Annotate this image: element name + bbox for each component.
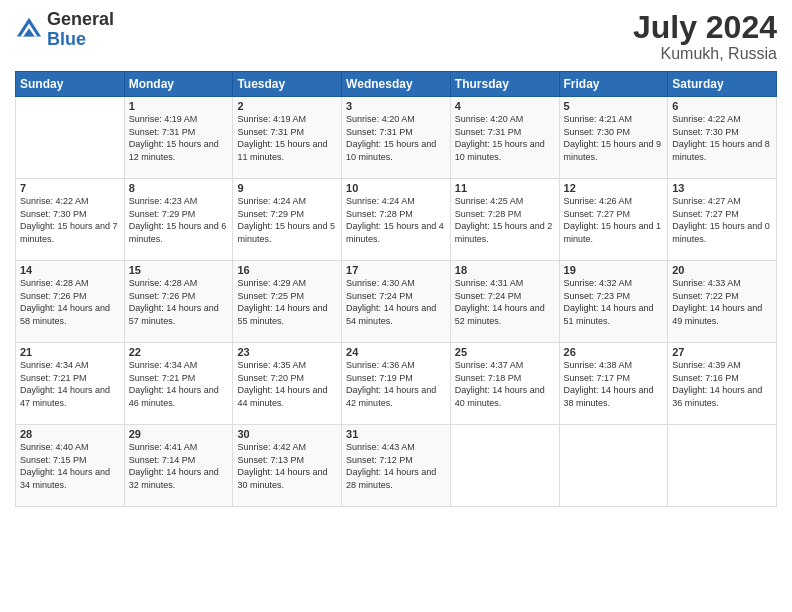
day-number: 23 bbox=[237, 346, 337, 358]
cell-details: Sunrise: 4:23 AMSunset: 7:29 PMDaylight:… bbox=[129, 195, 229, 245]
day-number: 10 bbox=[346, 182, 446, 194]
calendar-cell: 6Sunrise: 4:22 AMSunset: 7:30 PMDaylight… bbox=[668, 97, 777, 179]
cell-details: Sunrise: 4:34 AMSunset: 7:21 PMDaylight:… bbox=[129, 359, 229, 409]
week-row-1: 7Sunrise: 4:22 AMSunset: 7:30 PMDaylight… bbox=[16, 179, 777, 261]
week-row-2: 14Sunrise: 4:28 AMSunset: 7:26 PMDayligh… bbox=[16, 261, 777, 343]
day-number: 5 bbox=[564, 100, 664, 112]
week-row-0: 1Sunrise: 4:19 AMSunset: 7:31 PMDaylight… bbox=[16, 97, 777, 179]
calendar-cell: 29Sunrise: 4:41 AMSunset: 7:14 PMDayligh… bbox=[124, 425, 233, 507]
calendar-cell: 24Sunrise: 4:36 AMSunset: 7:19 PMDayligh… bbox=[342, 343, 451, 425]
calendar-table: SundayMondayTuesdayWednesdayThursdayFrid… bbox=[15, 71, 777, 507]
calendar-cell bbox=[559, 425, 668, 507]
header-cell-wednesday: Wednesday bbox=[342, 72, 451, 97]
month-title: July 2024 bbox=[633, 10, 777, 45]
title-block: July 2024 Kumukh, Russia bbox=[633, 10, 777, 63]
day-number: 27 bbox=[672, 346, 772, 358]
day-number: 18 bbox=[455, 264, 555, 276]
cell-details: Sunrise: 4:24 AMSunset: 7:29 PMDaylight:… bbox=[237, 195, 337, 245]
calendar-cell: 18Sunrise: 4:31 AMSunset: 7:24 PMDayligh… bbox=[450, 261, 559, 343]
header: General Blue July 2024 Kumukh, Russia bbox=[15, 10, 777, 63]
calendar-cell: 22Sunrise: 4:34 AMSunset: 7:21 PMDayligh… bbox=[124, 343, 233, 425]
cell-details: Sunrise: 4:20 AMSunset: 7:31 PMDaylight:… bbox=[346, 113, 446, 163]
calendar-cell: 17Sunrise: 4:30 AMSunset: 7:24 PMDayligh… bbox=[342, 261, 451, 343]
calendar-cell: 11Sunrise: 4:25 AMSunset: 7:28 PMDayligh… bbox=[450, 179, 559, 261]
calendar-cell: 4Sunrise: 4:20 AMSunset: 7:31 PMDaylight… bbox=[450, 97, 559, 179]
calendar-cell: 30Sunrise: 4:42 AMSunset: 7:13 PMDayligh… bbox=[233, 425, 342, 507]
cell-details: Sunrise: 4:36 AMSunset: 7:19 PMDaylight:… bbox=[346, 359, 446, 409]
calendar-cell: 16Sunrise: 4:29 AMSunset: 7:25 PMDayligh… bbox=[233, 261, 342, 343]
calendar-cell: 8Sunrise: 4:23 AMSunset: 7:29 PMDaylight… bbox=[124, 179, 233, 261]
day-number: 30 bbox=[237, 428, 337, 440]
day-number: 3 bbox=[346, 100, 446, 112]
cell-details: Sunrise: 4:26 AMSunset: 7:27 PMDaylight:… bbox=[564, 195, 664, 245]
cell-details: Sunrise: 4:19 AMSunset: 7:31 PMDaylight:… bbox=[129, 113, 229, 163]
day-number: 15 bbox=[129, 264, 229, 276]
day-number: 31 bbox=[346, 428, 446, 440]
cell-details: Sunrise: 4:31 AMSunset: 7:24 PMDaylight:… bbox=[455, 277, 555, 327]
day-number: 6 bbox=[672, 100, 772, 112]
calendar-cell: 19Sunrise: 4:32 AMSunset: 7:23 PMDayligh… bbox=[559, 261, 668, 343]
header-cell-sunday: Sunday bbox=[16, 72, 125, 97]
cell-details: Sunrise: 4:28 AMSunset: 7:26 PMDaylight:… bbox=[20, 277, 120, 327]
calendar-cell: 31Sunrise: 4:43 AMSunset: 7:12 PMDayligh… bbox=[342, 425, 451, 507]
cell-details: Sunrise: 4:20 AMSunset: 7:31 PMDaylight:… bbox=[455, 113, 555, 163]
day-number: 28 bbox=[20, 428, 120, 440]
calendar-cell: 14Sunrise: 4:28 AMSunset: 7:26 PMDayligh… bbox=[16, 261, 125, 343]
header-row: SundayMondayTuesdayWednesdayThursdayFrid… bbox=[16, 72, 777, 97]
day-number: 29 bbox=[129, 428, 229, 440]
cell-details: Sunrise: 4:38 AMSunset: 7:17 PMDaylight:… bbox=[564, 359, 664, 409]
cell-details: Sunrise: 4:28 AMSunset: 7:26 PMDaylight:… bbox=[129, 277, 229, 327]
header-cell-tuesday: Tuesday bbox=[233, 72, 342, 97]
calendar-cell bbox=[668, 425, 777, 507]
day-number: 13 bbox=[672, 182, 772, 194]
week-row-3: 21Sunrise: 4:34 AMSunset: 7:21 PMDayligh… bbox=[16, 343, 777, 425]
day-number: 19 bbox=[564, 264, 664, 276]
cell-details: Sunrise: 4:43 AMSunset: 7:12 PMDaylight:… bbox=[346, 441, 446, 491]
cell-details: Sunrise: 4:30 AMSunset: 7:24 PMDaylight:… bbox=[346, 277, 446, 327]
calendar-cell: 23Sunrise: 4:35 AMSunset: 7:20 PMDayligh… bbox=[233, 343, 342, 425]
calendar-cell: 26Sunrise: 4:38 AMSunset: 7:17 PMDayligh… bbox=[559, 343, 668, 425]
calendar-cell: 1Sunrise: 4:19 AMSunset: 7:31 PMDaylight… bbox=[124, 97, 233, 179]
day-number: 24 bbox=[346, 346, 446, 358]
cell-details: Sunrise: 4:21 AMSunset: 7:30 PMDaylight:… bbox=[564, 113, 664, 163]
cell-details: Sunrise: 4:37 AMSunset: 7:18 PMDaylight:… bbox=[455, 359, 555, 409]
calendar-cell: 20Sunrise: 4:33 AMSunset: 7:22 PMDayligh… bbox=[668, 261, 777, 343]
logo-icon bbox=[15, 16, 43, 44]
cell-details: Sunrise: 4:33 AMSunset: 7:22 PMDaylight:… bbox=[672, 277, 772, 327]
calendar-cell: 9Sunrise: 4:24 AMSunset: 7:29 PMDaylight… bbox=[233, 179, 342, 261]
calendar-cell: 13Sunrise: 4:27 AMSunset: 7:27 PMDayligh… bbox=[668, 179, 777, 261]
day-number: 14 bbox=[20, 264, 120, 276]
cell-details: Sunrise: 4:29 AMSunset: 7:25 PMDaylight:… bbox=[237, 277, 337, 327]
cell-details: Sunrise: 4:22 AMSunset: 7:30 PMDaylight:… bbox=[672, 113, 772, 163]
cell-details: Sunrise: 4:19 AMSunset: 7:31 PMDaylight:… bbox=[237, 113, 337, 163]
logo: General Blue bbox=[15, 10, 114, 50]
cell-details: Sunrise: 4:32 AMSunset: 7:23 PMDaylight:… bbox=[564, 277, 664, 327]
calendar-cell: 2Sunrise: 4:19 AMSunset: 7:31 PMDaylight… bbox=[233, 97, 342, 179]
day-number: 2 bbox=[237, 100, 337, 112]
cell-details: Sunrise: 4:25 AMSunset: 7:28 PMDaylight:… bbox=[455, 195, 555, 245]
calendar-cell: 5Sunrise: 4:21 AMSunset: 7:30 PMDaylight… bbox=[559, 97, 668, 179]
day-number: 4 bbox=[455, 100, 555, 112]
cell-details: Sunrise: 4:24 AMSunset: 7:28 PMDaylight:… bbox=[346, 195, 446, 245]
day-number: 20 bbox=[672, 264, 772, 276]
calendar-cell: 27Sunrise: 4:39 AMSunset: 7:16 PMDayligh… bbox=[668, 343, 777, 425]
cell-details: Sunrise: 4:42 AMSunset: 7:13 PMDaylight:… bbox=[237, 441, 337, 491]
day-number: 9 bbox=[237, 182, 337, 194]
calendar-cell: 10Sunrise: 4:24 AMSunset: 7:28 PMDayligh… bbox=[342, 179, 451, 261]
location: Kumukh, Russia bbox=[633, 45, 777, 63]
calendar-cell: 7Sunrise: 4:22 AMSunset: 7:30 PMDaylight… bbox=[16, 179, 125, 261]
calendar-cell bbox=[450, 425, 559, 507]
day-number: 1 bbox=[129, 100, 229, 112]
day-number: 12 bbox=[564, 182, 664, 194]
day-number: 26 bbox=[564, 346, 664, 358]
calendar-cell: 25Sunrise: 4:37 AMSunset: 7:18 PMDayligh… bbox=[450, 343, 559, 425]
cell-details: Sunrise: 4:22 AMSunset: 7:30 PMDaylight:… bbox=[20, 195, 120, 245]
calendar-page: General Blue July 2024 Kumukh, Russia Su… bbox=[0, 0, 792, 612]
logo-general: General bbox=[47, 10, 114, 30]
calendar-cell: 15Sunrise: 4:28 AMSunset: 7:26 PMDayligh… bbox=[124, 261, 233, 343]
calendar-cell: 12Sunrise: 4:26 AMSunset: 7:27 PMDayligh… bbox=[559, 179, 668, 261]
day-number: 11 bbox=[455, 182, 555, 194]
cell-details: Sunrise: 4:35 AMSunset: 7:20 PMDaylight:… bbox=[237, 359, 337, 409]
day-number: 7 bbox=[20, 182, 120, 194]
cell-details: Sunrise: 4:39 AMSunset: 7:16 PMDaylight:… bbox=[672, 359, 772, 409]
